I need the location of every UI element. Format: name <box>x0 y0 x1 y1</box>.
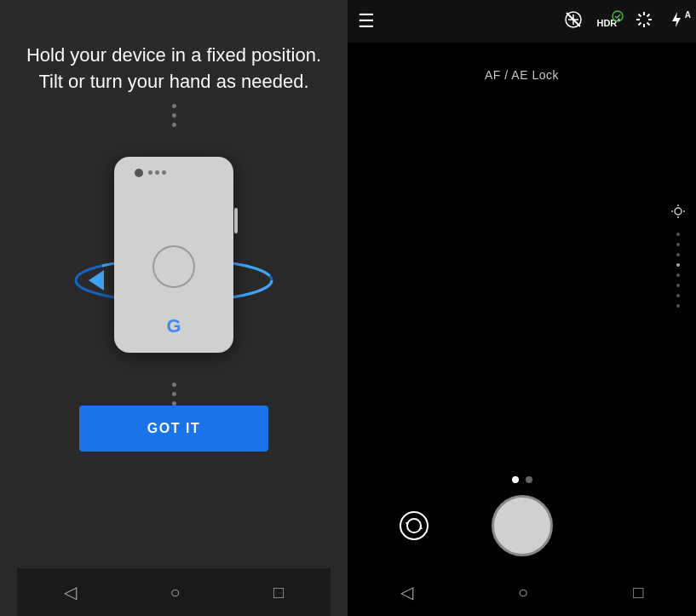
page-dot-2 <box>526 476 532 483</box>
slider-dot-7 <box>676 294 680 297</box>
dot-2 <box>172 113 176 118</box>
svg-marker-24 <box>419 526 423 529</box>
slider-dot-4 <box>676 263 680 267</box>
page-indicators <box>365 476 679 483</box>
speaker-dot-3 <box>162 170 166 175</box>
phone-illustration: G <box>72 104 276 406</box>
slider-dot-5 <box>676 273 680 277</box>
recent-button-right[interactable]: □ <box>633 583 643 602</box>
slider-dot-1 <box>676 233 680 236</box>
phone-container: G <box>72 135 276 374</box>
dot-5 <box>172 392 176 396</box>
slider-dot-6 <box>676 284 680 287</box>
speaker-dot-1 <box>148 170 152 175</box>
camera-viewfinder: AF / AE Lock <box>348 43 696 468</box>
home-button-circle <box>152 245 195 288</box>
flash-auto-icon[interactable]: A <box>667 10 686 33</box>
back-button-right[interactable]: ◁ <box>400 582 413 602</box>
speaker-dot-2 <box>155 170 159 175</box>
flash-off-icon[interactable] <box>564 10 583 33</box>
svg-point-22 <box>400 512 428 539</box>
svg-point-17 <box>675 208 682 215</box>
slider-dot-3 <box>676 253 680 256</box>
side-button <box>234 208 238 233</box>
right-placeholder <box>610 505 651 546</box>
got-it-button[interactable]: GOT IT <box>79 406 268 452</box>
recent-button-left[interactable]: □ <box>273 583 284 602</box>
toolbar-left: ☰ <box>358 10 375 32</box>
front-camera <box>135 169 143 177</box>
flip-camera-button[interactable] <box>394 505 434 546</box>
flash-icon[interactable] <box>635 10 653 33</box>
svg-marker-23 <box>406 522 409 526</box>
left-panel: Hold your device in a fixed position. Ti… <box>0 0 348 616</box>
google-g-logo: G <box>166 315 181 337</box>
dot-6 <box>172 401 176 406</box>
home-button-right[interactable]: ○ <box>518 583 528 602</box>
dot-4 <box>172 383 176 387</box>
exposure-icon <box>670 204 686 222</box>
dot-line-top <box>172 104 176 127</box>
svg-line-14 <box>647 14 650 16</box>
home-button-left[interactable]: ○ <box>170 583 180 602</box>
page-dot-1 <box>512 476 519 483</box>
slider-dot-2 <box>676 243 680 246</box>
phone-top-bar <box>123 169 166 177</box>
dot-line-bottom <box>172 383 176 406</box>
hdr-icon[interactable]: HDR+ <box>596 13 621 31</box>
svg-marker-16 <box>672 12 681 27</box>
exposure-slider[interactable] <box>670 204 686 308</box>
slider-dot-8 <box>676 304 680 308</box>
svg-line-13 <box>647 22 650 25</box>
back-button-left[interactable]: ◁ <box>64 582 77 602</box>
af-ae-lock-label: AF / AE Lock <box>485 68 559 82</box>
camera-toolbar: ☰ HDR+ <box>348 0 696 43</box>
right-panel: ☰ HDR+ <box>348 0 696 616</box>
auto-label: A <box>685 10 691 20</box>
camera-controls <box>365 495 679 568</box>
svg-line-15 <box>639 22 641 25</box>
instruction-text: Hold your device in a fixed position. Ti… <box>17 43 331 95</box>
toolbar-right: HDR+ <box>564 10 686 33</box>
flip-camera-icon <box>397 509 431 543</box>
dot-1 <box>172 104 176 108</box>
phone-body: G <box>114 157 233 353</box>
camera-bottom <box>348 468 696 568</box>
left-nav-bar: ◁ ○ □ <box>17 568 331 616</box>
shutter-button[interactable] <box>492 495 553 556</box>
svg-line-12 <box>639 14 641 16</box>
menu-icon[interactable]: ☰ <box>358 10 375 32</box>
right-nav-bar: ◁ ○ □ <box>348 568 696 616</box>
dot-3 <box>172 123 176 127</box>
speaker <box>148 170 166 175</box>
svg-marker-2 <box>89 270 104 291</box>
